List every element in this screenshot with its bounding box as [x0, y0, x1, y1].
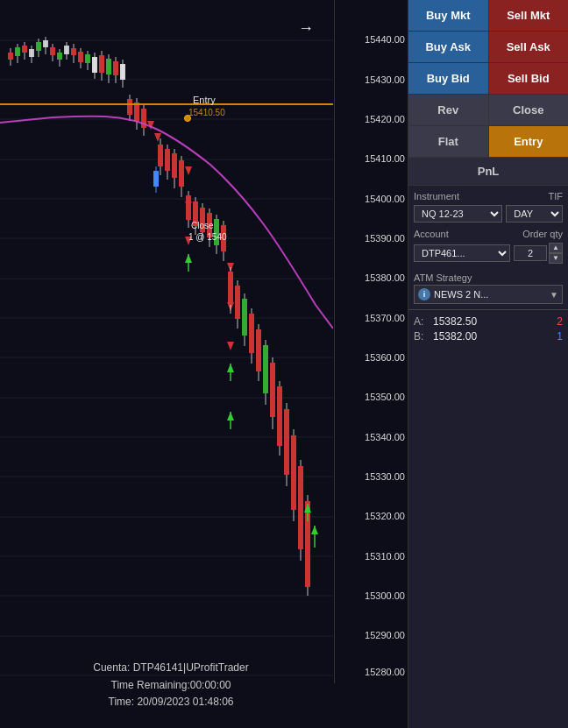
sell-bid-button[interactable]: Sell Bid: [489, 63, 569, 95]
chart-bottom-info: Cuenta: DTP46141|UProfitTrader Time Rema…: [9, 660, 333, 710]
svg-marker-89: [227, 342, 234, 350]
svg-rect-115: [298, 466, 303, 549]
a-price: 15382.50: [433, 315, 540, 328]
a-label: A:: [414, 315, 428, 328]
svg-rect-50: [120, 64, 125, 80]
price-15280: 15280.00: [362, 666, 408, 678]
price-15320: 15320.00: [362, 510, 408, 522]
rev-close-row: Rev Close: [408, 95, 568, 126]
svg-rect-46: [106, 59, 111, 74]
entry-button[interactable]: Entry: [489, 126, 569, 158]
account-select[interactable]: DTP461...: [414, 244, 510, 262]
svg-rect-111: [284, 409, 289, 475]
pnl-row: PnL: [408, 158, 568, 186]
svg-rect-38: [78, 52, 83, 62]
price-15300: 15300.00: [362, 590, 408, 602]
right-panel: Buy Mkt Sell Mkt Buy Ask Sell Ask Buy Bi…: [408, 0, 568, 728]
svg-rect-32: [57, 53, 62, 60]
qty-down-button[interactable]: ▼: [549, 253, 563, 264]
price-15440: 15440.00: [362, 33, 408, 46]
svg-rect-65: [165, 149, 170, 171]
svg-rect-105: [263, 345, 268, 393]
price-15410: 15410.00: [362, 152, 408, 165]
b-price: 15382.00: [433, 330, 540, 343]
svg-rect-34: [64, 46, 69, 54]
b-qty: 1: [545, 330, 563, 343]
price-scale: 15440.00 15430.00 15420.00 15410.00 1540…: [334, 0, 408, 683]
svg-rect-67: [172, 153, 177, 178]
svg-rect-107: [270, 363, 275, 417]
svg-rect-97: [235, 286, 240, 319]
tif-select[interactable]: DAY: [506, 205, 563, 223]
order-qty-input[interactable]: [514, 245, 547, 261]
svg-rect-109: [277, 386, 282, 446]
svg-rect-103: [256, 329, 261, 371]
close-label: Close: [191, 221, 214, 230]
svg-rect-18: [8, 53, 13, 60]
svg-marker-70: [185, 166, 192, 175]
price-15430: 15430.00: [362, 74, 408, 86]
atm-strategy-dropdown[interactable]: i NEWS 2 N... ▼: [414, 285, 563, 304]
atm-info-icon: i: [418, 288, 430, 300]
flat-button[interactable]: Flat: [408, 126, 489, 158]
sell-mkt-button[interactable]: Sell Mkt: [489, 0, 569, 32]
buy-bid-button[interactable]: Buy Bid: [408, 63, 489, 95]
svg-rect-69: [179, 160, 184, 187]
entry-price-small: 15410.50: [188, 108, 225, 117]
svg-rect-95: [228, 272, 233, 305]
qty-up-button[interactable]: ▲: [549, 243, 563, 253]
level-a-row: A: 15382.50 2: [414, 315, 563, 328]
atm-strategy-value: NEWS 2 N...: [434, 289, 546, 300]
svg-rect-44: [99, 55, 104, 73]
buy-ask-button[interactable]: Buy Ask: [408, 32, 489, 63]
svg-rect-76: [186, 195, 191, 220]
close-desc: 1 @ 1540: [188, 232, 227, 242]
svg-rect-101: [249, 314, 254, 353]
instrument-section: Instrument TIF NQ 12-23 DAY Account Orde…: [408, 186, 568, 307]
price-15330: 15330.00: [362, 470, 408, 483]
pnl-button[interactable]: PnL: [408, 158, 568, 186]
svg-marker-57: [147, 121, 154, 130]
svg-rect-20: [15, 47, 20, 56]
instrument-select[interactable]: NQ 12-23: [414, 205, 502, 223]
price-15380: 15380.00: [362, 272, 408, 284]
b-label: B:: [414, 330, 428, 343]
candlestick-chart: [0, 0, 333, 683]
chart-area: →: [0, 0, 408, 728]
svg-rect-40: [85, 54, 90, 63]
time-label: Time: 20/09/2023 01:48:06: [9, 694, 333, 710]
price-15420: 15420.00: [362, 113, 408, 125]
entry-label-chart: Entry: [193, 95, 216, 105]
svg-rect-52: [127, 99, 132, 115]
qty-arrows: ▲ ▼: [549, 243, 563, 264]
order-qty-label: Order qty: [490, 229, 563, 239]
close-button[interactable]: Close: [489, 95, 569, 126]
account-label: Account: [414, 229, 486, 239]
price-15340: 15340.00: [362, 431, 408, 443]
flat-entry-row: Flat Entry: [408, 126, 568, 158]
atm-strategy-label: ATM Strategy: [414, 271, 563, 285]
svg-rect-113: [291, 435, 296, 510]
buy-sell-bid-row: Buy Bid Sell Bid: [408, 63, 568, 95]
buy-mkt-button[interactable]: Buy Mkt: [408, 0, 489, 32]
svg-rect-26: [36, 42, 41, 51]
price-15390: 15390.00: [362, 232, 408, 244]
cuenta-label: Cuenta: DTP46141|UProfitTrader: [9, 660, 333, 676]
ab-levels-section: A: 15382.50 2 B: 15382.00 1: [408, 312, 568, 346]
time-remaining-label: Time Remaining:00:00:00: [9, 677, 333, 694]
price-15370: 15370.00: [362, 312, 408, 324]
price-15310: 15310.00: [362, 550, 408, 562]
price-15400: 15400.00: [362, 193, 408, 205]
svg-rect-63: [158, 145, 163, 166]
svg-rect-42: [92, 57, 97, 73]
atm-dropdown-arrow: ▼: [550, 290, 558, 300]
price-15350: 15350.00: [362, 391, 408, 403]
rev-button[interactable]: Rev: [408, 95, 489, 126]
sell-ask-button[interactable]: Sell Ask: [489, 32, 569, 63]
tif-label: TIF: [490, 191, 563, 201]
order-qty-container: ▲ ▼: [514, 243, 563, 264]
entry-marker: [184, 115, 191, 122]
svg-rect-36: [71, 48, 76, 55]
svg-rect-54: [134, 102, 139, 122]
buy-sell-mkt-row: Buy Mkt Sell Mkt: [408, 0, 568, 32]
